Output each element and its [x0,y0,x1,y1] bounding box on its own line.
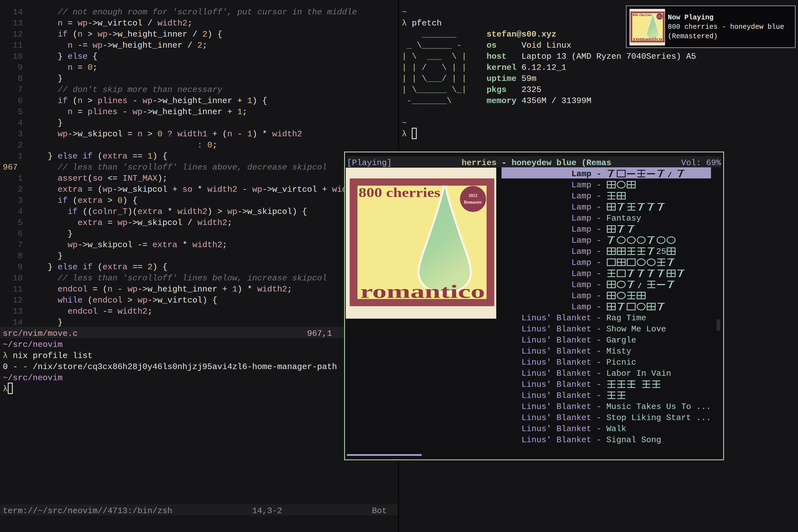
svg-text:romantico: romantico [633,37,662,41]
svg-text:Remaster: Remaster [657,17,662,18]
svg-text:2022: 2022 [658,15,661,16]
svg-text:Remaster: Remaster [464,200,482,205]
svg-text:800 cherries: 800 cherries [359,185,440,200]
svg-text:800 cherries: 800 cherries [632,13,652,17]
svg-text:2022: 2022 [469,193,477,198]
svg-text:romantico: romantico [360,281,485,302]
